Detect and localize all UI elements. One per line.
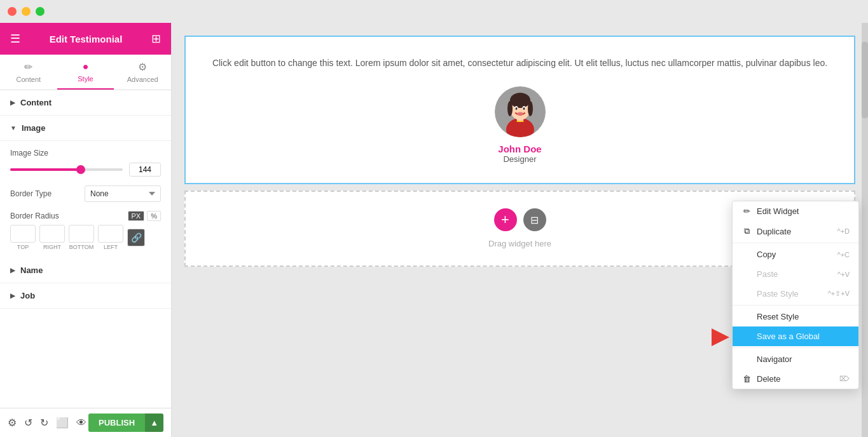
border-radius-label-row: Border Radius PX % (10, 211, 161, 221)
menu-divider-1 (733, 243, 858, 243)
preview-icon[interactable]: 👁 (76, 417, 86, 429)
section-image-label: Image (22, 123, 46, 133)
delete-shortcut: ⌦ (839, 375, 850, 383)
border-type-row: Border Type None Solid Dashed Dotted (10, 185, 161, 202)
svg-point-9 (515, 107, 517, 110)
menu-item-copy[interactable]: Copy ^+C (733, 245, 858, 264)
add-widget-button[interactable]: + (494, 208, 517, 231)
br-left-input[interactable] (98, 225, 123, 243)
scrollbar-thumb[interactable] (862, 42, 868, 118)
svg-point-5 (507, 101, 513, 116)
sidebar: ☰ Edit Testimonial ⊞ ✏ Content ● Style ⚙… (0, 23, 172, 437)
menu-divider-3 (733, 347, 858, 348)
menu-item-paste-style[interactable]: Paste Style ^+⇧+V (733, 284, 858, 304)
br-right-wrap: RIGHT (39, 225, 65, 250)
section-name-header[interactable]: ▶ Name (0, 258, 171, 283)
tab-content[interactable]: ✏ Content (0, 55, 57, 90)
responsive-icon[interactable]: ⬜ (56, 417, 69, 429)
tab-content-label: Content (17, 76, 41, 83)
main-content: Click edit button to change this text. L… (172, 23, 868, 437)
menu-item-edit-widget[interactable]: ✏ Edit Widget (733, 201, 858, 221)
image-size-row: Image Size 144 (10, 149, 161, 177)
svg-point-4 (510, 93, 530, 108)
tab-style-label: Style (78, 75, 93, 83)
svg-rect-12 (516, 121, 524, 122)
image-arrow-icon: ▼ (10, 124, 17, 131)
footer-icons: ⚙ ↺ ↻ ⬜ 👁 (8, 417, 86, 429)
br-top-label: TOP (17, 244, 29, 250)
paste-style-shortcut: ^+⇧+V (828, 290, 850, 298)
slider-control: 144 (10, 163, 161, 177)
close-button[interactable] (8, 7, 17, 16)
section-image-header[interactable]: ▼ Image (0, 116, 171, 141)
publish-group: PUBLISH ▲ (88, 413, 163, 432)
drop-buttons: + ⊟ (494, 208, 546, 231)
border-radius-label-text: Border Radius (10, 212, 59, 220)
border-type-label: Border Type (10, 189, 85, 198)
tab-style[interactable]: ● Style (57, 55, 114, 90)
tab-advanced-label: Advanced (127, 76, 158, 83)
section-image-body: Image Size 144 Border Type None Solid (0, 141, 171, 258)
section-job-label: Job (20, 291, 35, 300)
history-icon[interactable]: ↺ (24, 417, 32, 429)
slider-track[interactable] (10, 168, 123, 171)
unit-pct-button[interactable]: % (147, 211, 161, 221)
context-menu: ✏ Edit Widget ⧉ Duplicate ^+D Copy ^+C (732, 201, 859, 389)
settings-icon[interactable]: ⚙ (8, 417, 17, 429)
titlebar (0, 0, 868, 23)
border-radius-inputs: TOP RIGHT BOTTOM LEFT (10, 225, 161, 250)
section-name-label: Name (20, 266, 43, 275)
advanced-tab-icon: ⚙ (138, 61, 147, 73)
menu-item-save-global[interactable]: Save as a Global (733, 326, 858, 346)
border-radius-units: PX % (128, 211, 161, 221)
menu-item-navigator[interactable]: Navigator (733, 349, 858, 369)
br-bottom-input[interactable] (69, 225, 94, 243)
menu-item-paste[interactable]: Paste ^+V (733, 264, 858, 284)
tab-advanced[interactable]: ⚙ Advanced (114, 55, 171, 90)
br-right-label: RIGHT (43, 244, 61, 250)
job-arrow-icon: ▶ (10, 292, 15, 299)
publish-button[interactable]: PUBLISH (88, 413, 145, 432)
sidebar-grid-icon[interactable]: ⊞ (151, 32, 161, 46)
image-size-input[interactable]: 144 (129, 163, 161, 177)
menu-navigator-label: Navigator (757, 354, 792, 364)
testimonial-widget[interactable]: Click edit button to change this text. L… (184, 36, 855, 184)
section-content-label: Content (20, 98, 52, 107)
br-top-input[interactable] (10, 225, 36, 243)
edit-widget-icon: ✏ (741, 206, 752, 216)
avatar-svg (495, 86, 546, 137)
unit-px-button[interactable]: PX (128, 211, 145, 221)
redo-icon[interactable]: ↻ (40, 417, 48, 429)
publish-arrow-button[interactable]: ▲ (145, 413, 163, 432)
section-content-header[interactable]: ▶ Content (0, 90, 171, 116)
border-type-select[interactable]: None Solid Dashed Dotted (85, 185, 161, 202)
link-icon-button[interactable]: 🔗 (127, 229, 145, 246)
sidebar-title: Edit Testimonial (50, 34, 123, 44)
minimize-button[interactable] (22, 7, 31, 16)
menu-duplicate-label: Duplicate (757, 227, 791, 236)
slider-thumb[interactable] (76, 165, 85, 174)
br-bottom-wrap: BOTTOM (69, 225, 94, 250)
author-name: John Doe (498, 144, 541, 154)
section-job-header[interactable]: ▶ Job (0, 283, 171, 309)
menu-edit-widget-label: Edit Widget (757, 206, 799, 216)
br-bottom-label: BOTTOM (69, 244, 93, 250)
duplicate-shortcut: ^+D (837, 227, 850, 235)
duplicate-icon: ⧉ (741, 226, 752, 236)
menu-reset-style-label: Reset Style (757, 312, 799, 321)
main-layout: ☰ Edit Testimonial ⊞ ✏ Content ● Style ⚙… (0, 23, 868, 437)
menu-item-duplicate[interactable]: ⧉ Duplicate ^+D (733, 221, 858, 241)
sidebar-header: ☰ Edit Testimonial ⊞ (0, 23, 171, 55)
author-job: Designer (498, 154, 541, 164)
widget-handle-button[interactable]: ⊟ (523, 208, 546, 231)
sidebar-hamburger-icon[interactable]: ☰ (10, 32, 20, 46)
name-arrow-icon: ▶ (10, 267, 15, 274)
image-size-label: Image Size (10, 149, 161, 158)
menu-item-reset-style[interactable]: Reset Style (733, 307, 858, 326)
menu-item-delete[interactable]: 🗑 Delete ⌦ (733, 369, 858, 389)
br-top-wrap: TOP (10, 225, 36, 250)
br-right-input[interactable] (39, 225, 65, 243)
arrow-indicator (712, 328, 729, 346)
maximize-button[interactable] (36, 7, 45, 16)
br-left-wrap: LEFT (98, 225, 123, 250)
